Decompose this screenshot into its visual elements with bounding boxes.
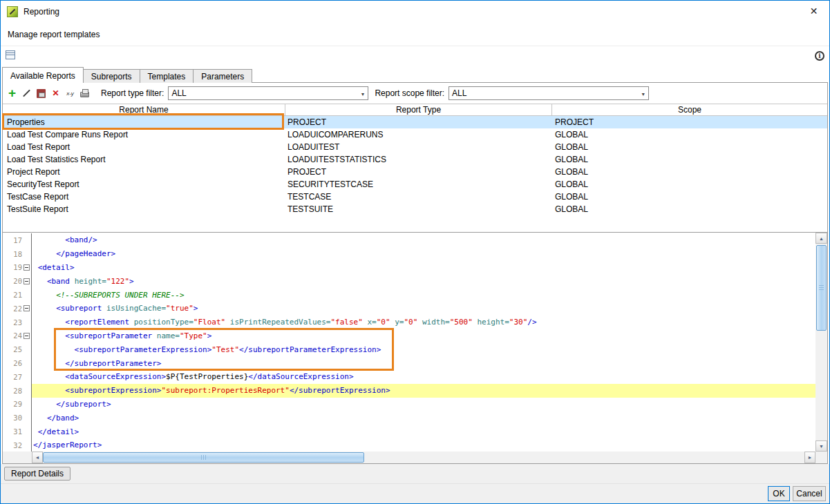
code-text: <subreportExpression>"subreport:Properti… — [32, 384, 815, 398]
report-type-filter-value: ALL — [171, 88, 186, 98]
code-text: <subreportParameterExpression>"Test"</su… — [32, 342, 815, 356]
cancel-button[interactable]: Cancel — [793, 486, 826, 501]
xml-editor[interactable]: 17 <band/>18 </pageHeader>19 <detail>20 … — [3, 232, 827, 463]
table-row-securitytest-report[interactable]: SecurityTest ReportSECURITYTESTCASEGLOBA… — [3, 178, 827, 191]
editor-line-28[interactable]: 28 <subreportExpression>"subreport:Prope… — [3, 384, 815, 398]
editor-line-30[interactable]: 30 </band> — [3, 411, 815, 425]
export-icon[interactable] — [79, 88, 90, 99]
scroll-left-icon[interactable] — [32, 452, 43, 463]
delete-icon[interactable] — [50, 88, 61, 99]
indent — [33, 277, 47, 286]
line-number: 20 — [3, 277, 23, 285]
token-tag: <subreport — [56, 304, 102, 313]
info-icon[interactable]: i — [815, 51, 824, 61]
tab-available-reports[interactable]: Available Reports — [2, 67, 84, 83]
fold-collapse-icon[interactable] — [23, 264, 30, 271]
indent — [33, 414, 47, 423]
report-scope-filter-label: Report scope filter: — [375, 88, 444, 98]
editor-line-31[interactable]: 31 </detail> — [3, 425, 815, 438]
editor-line-27[interactable]: 27 <dataSourceExpression>$P{TestProperti… — [3, 370, 815, 384]
token-plain — [70, 277, 75, 286]
editor-line-22[interactable]: 22 <subreport isUsingCache="true"> — [3, 302, 815, 316]
token-plain — [225, 318, 230, 327]
table-row-project-report[interactable]: Project ReportPROJECTGLOBAL — [3, 166, 827, 178]
editor-line-18[interactable]: 18 </pageHeader> — [3, 247, 815, 261]
code-text: <subreportParameter name="Type"> — [32, 329, 815, 343]
report-scope-filter-select[interactable]: ALL — [449, 86, 649, 100]
editor-line-23[interactable]: 23 <reportElement positionType="Float" i… — [3, 316, 815, 329]
tab-bar: Available ReportsSubreportsTemplatesPara… — [2, 67, 252, 83]
token-plain — [363, 318, 368, 327]
token-val: "Test" — [211, 345, 239, 354]
token-val: "subreport:PropertiesReport" — [161, 386, 289, 395]
close-icon[interactable]: ✕ — [798, 1, 829, 21]
available-reports-panel: Report type filter: ALL Report scope fil… — [2, 82, 828, 464]
tab-templates[interactable]: Templates — [140, 69, 194, 83]
fold-collapse-icon[interactable] — [23, 305, 30, 311]
horizontal-scrollbar-thumb[interactable] — [43, 452, 364, 463]
table-row-testcase-report[interactable]: TestCase ReportTESTCASEGLOBAL — [3, 191, 827, 203]
report-type-cell: LOADUITESTSTATISTICS — [285, 155, 552, 164]
token-val: "122" — [106, 277, 129, 286]
table-row-testsuite-report[interactable]: TestSuite ReportTESTSUITEGLOBAL — [3, 203, 827, 215]
editor-line-26[interactable]: 26 </subreportParameter> — [3, 356, 815, 370]
line-number: 22 — [3, 304, 23, 313]
token-plain — [390, 318, 395, 327]
editor-horizontal-scrollbar[interactable] — [32, 452, 815, 463]
indent — [33, 304, 56, 313]
code-text: <!--SUBREPORTS UNDER HERE--> — [32, 288, 815, 302]
editor-line-20[interactable]: 20 <band height="122"> — [3, 274, 815, 288]
save-icon[interactable] — [36, 88, 46, 99]
token-val: "30" — [509, 318, 528, 327]
token-plain: $P{TestProperties} — [166, 372, 248, 381]
editor-line-17[interactable]: 17 <band/> — [3, 233, 815, 247]
panel-grid-icon[interactable] — [6, 50, 15, 59]
scroll-down-icon[interactable] — [815, 440, 827, 452]
table-row-load-test-statistics-report[interactable]: Load Test Statistics ReportLOADUITESTSTA… — [3, 153, 827, 166]
token-plain — [129, 318, 134, 327]
footer: Report Details OK Cancel — [1, 464, 829, 503]
vertical-scrollbar-thumb[interactable] — [816, 245, 827, 331]
report-details-button[interactable]: Report Details — [4, 467, 70, 481]
scroll-up-icon[interactable] — [815, 233, 827, 244]
edit-icon[interactable] — [21, 88, 32, 99]
tab-subreports[interactable]: Subreports — [83, 69, 140, 83]
editor-line-25[interactable]: 25 <subreportParameterExpression>"Test"<… — [3, 342, 815, 356]
token-tag: <dataSourceExpression> — [65, 372, 166, 381]
token-comment: <!--SUBREPORTS UNDER HERE--> — [56, 291, 184, 300]
line-number: 18 — [3, 250, 23, 258]
column-header-scope[interactable]: Scope — [552, 104, 827, 115]
editor-vertical-scrollbar[interactable] — [815, 233, 827, 452]
editor-line-19[interactable]: 19 <detail> — [3, 261, 815, 275]
scroll-right-icon[interactable] — [804, 452, 815, 463]
toolbar-icons — [7, 88, 90, 99]
report-type-cell: TESTSUITE — [285, 204, 552, 214]
tab-parameters[interactable]: Parameters — [193, 69, 252, 83]
editor-line-21[interactable]: 21 <!--SUBREPORTS UNDER HERE--> — [3, 288, 815, 302]
scope-cell: GLOBAL — [552, 155, 827, 164]
report-type-filter-select[interactable]: ALL — [168, 86, 368, 100]
fold-collapse-icon[interactable] — [23, 333, 30, 339]
fold-collapse-icon[interactable] — [23, 278, 30, 284]
scrollbar-corner-left — [3, 452, 32, 463]
gutter: 21 — [3, 288, 32, 302]
gutter: 17 — [3, 233, 32, 247]
xy-icon[interactable] — [65, 88, 75, 99]
column-header-report-name[interactable]: Report Name — [3, 104, 285, 115]
add-icon[interactable] — [7, 88, 17, 99]
editor-line-29[interactable]: 29 </subreport> — [3, 398, 815, 411]
token-attr: height= — [75, 277, 106, 286]
editor-line-24[interactable]: 24 <subreportParameter name="Type"> — [3, 329, 815, 343]
column-header-report-type[interactable]: Report Type — [285, 104, 552, 115]
scope-cell: GLOBAL — [552, 130, 827, 139]
gutter: 23 — [3, 316, 32, 329]
table-row-load-test-report[interactable]: Load Test ReportLOADUITESTGLOBAL — [3, 141, 827, 153]
table-row-load-test-compare-runs-report[interactable]: Load Test Compare Runs ReportLOADUICOMPA… — [3, 128, 827, 141]
token-tag: </subreport> — [56, 400, 111, 409]
editor-line-32[interactable]: 32</jasperReport> — [3, 438, 815, 452]
toolbar: Report type filter: ALL Report scope fil… — [7, 85, 649, 101]
ok-button[interactable]: OK — [768, 486, 790, 501]
line-number: 23 — [3, 318, 23, 327]
code-text: <band/> — [32, 233, 815, 247]
table-row-properties[interactable]: PropertiesPROJECTPROJECT — [3, 116, 827, 128]
